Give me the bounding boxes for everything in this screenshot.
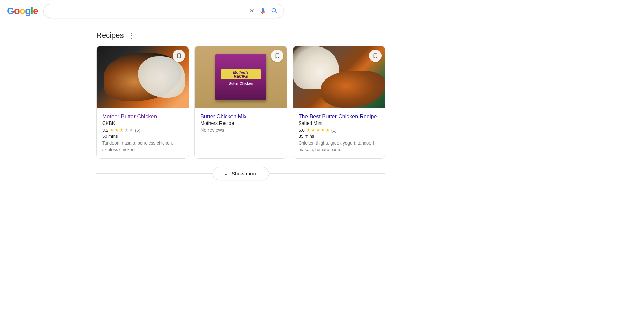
bookmark-icon-1 <box>176 53 182 58</box>
card-image-container-2: Mother'sRECIPE Butter Chicken <box>195 46 287 108</box>
package-box: Mother'sRECIPE Butter Chicken <box>215 54 266 100</box>
card-ingredients-1: Tandoori masala, boneless chicken, skinl… <box>102 140 183 152</box>
more-options-button[interactable]: ⋮ <box>127 31 137 40</box>
voice-search-button[interactable] <box>259 7 267 15</box>
clear-button[interactable]: ✕ <box>248 8 255 14</box>
stars-1: ★ ★ ★ ★ ★ <box>110 127 133 133</box>
logo-o1: o <box>14 6 20 17</box>
card-source-2: Mothers Recipe <box>200 120 281 126</box>
card-title-1[interactable]: Mother Butter Chicken <box>102 114 157 119</box>
card-time-1: 50 mins <box>102 134 183 139</box>
star-3-1: ★ <box>306 127 311 133</box>
card-source-3: Salted Mint <box>299 120 379 126</box>
star-1-2: ★ <box>115 127 119 133</box>
card-content-3: The Best Butter Chicken Recipe Salted Mi… <box>293 108 385 158</box>
star-3-3: ★ <box>316 127 320 133</box>
recipe-card-2[interactable]: Mother'sRECIPE Butter Chicken Butter Chi… <box>194 46 287 159</box>
card-title-3[interactable]: The Best Butter Chicken Recipe <box>299 114 377 119</box>
recipes-grid: Mother Butter Chicken CKBK 3.2 ★ ★ ★ ★ ★… <box>96 46 385 159</box>
package-label: Mother'sRECIPE <box>221 69 261 79</box>
logo-e: e <box>33 6 38 17</box>
review-count-1: (5) <box>135 128 140 133</box>
logo-l: l <box>31 6 33 17</box>
logo-o2: o <box>20 6 25 17</box>
rating-number-3: 5.0 <box>299 128 305 133</box>
card-source-1: CKBK <box>102 120 183 126</box>
search-input[interactable]: mother butter chicken <box>49 8 245 14</box>
card-rating-1: 3.2 ★ ★ ★ ★ ★ (5) <box>102 127 183 133</box>
recipe-card-3[interactable]: The Best Butter Chicken Recipe Salted Mi… <box>293 46 385 159</box>
card-image-container-1 <box>97 46 189 108</box>
more-options-icon: ⋮ <box>128 31 136 40</box>
header: Google mother butter chicken ✕ <box>0 0 644 22</box>
rating-number-1: 3.2 <box>102 128 108 133</box>
card-time-3: 35 mins <box>299 134 379 139</box>
bookmark-icon-2 <box>275 53 280 58</box>
star-1-4: ★ <box>124 127 129 133</box>
search-magnifier-icon <box>271 7 278 15</box>
bookmark-icon-3 <box>373 53 378 58</box>
search-bar: mother butter chicken ✕ <box>43 4 284 18</box>
show-more-label: Show more <box>232 171 258 177</box>
google-logo[interactable]: Google <box>7 6 38 17</box>
card-title-2[interactable]: Butter Chicken Mix <box>200 114 246 119</box>
package-product-name: Butter Chicken <box>228 82 253 85</box>
card-ingredients-3: Chicken thighs, greek yogurt, tandoori m… <box>299 140 379 152</box>
show-more-container: ⌄ Show more <box>96 167 385 180</box>
no-reviews-2: No reviews <box>200 127 281 133</box>
recipe-card-1[interactable]: Mother Butter Chicken CKBK 3.2 ★ ★ ★ ★ ★… <box>96 46 189 159</box>
bookmark-button-2[interactable] <box>271 50 283 62</box>
card-rating-3: 5.0 ★ ★ ★ ★ ★ (1) <box>299 127 379 133</box>
microphone-icon <box>259 7 267 15</box>
main-content: Recipes ⋮ Mother Butter Chicken CKBK 3.2 <box>0 22 482 189</box>
stars-3: ★ ★ ★ ★ ★ <box>306 127 330 133</box>
search-icon-group: ✕ <box>248 7 278 15</box>
chevron-down-icon: ⌄ <box>224 171 228 176</box>
recipes-title: Recipes <box>96 31 124 40</box>
recipes-header: Recipes ⋮ <box>96 31 385 40</box>
star-1-1: ★ <box>110 127 114 133</box>
bookmark-button-3[interactable] <box>369 50 382 62</box>
clear-icon: ✕ <box>248 8 255 14</box>
card-image-container-3 <box>293 46 385 108</box>
star-3-5: ★ <box>325 127 330 133</box>
star-3-2: ★ <box>311 127 315 133</box>
show-more-button[interactable]: ⌄ Show more <box>213 167 269 180</box>
star-1-5: ★ <box>129 127 133 133</box>
card-content-1: Mother Butter Chicken CKBK 3.2 ★ ★ ★ ★ ★… <box>97 108 189 158</box>
logo-g: G <box>7 6 14 17</box>
card-content-2: Butter Chicken Mix Mothers Recipe No rev… <box>195 108 287 139</box>
logo-g2: g <box>25 6 31 17</box>
star-3-4: ★ <box>321 127 325 133</box>
search-button[interactable] <box>271 7 278 15</box>
review-count-3: (1) <box>331 128 337 133</box>
star-1-3: ★ <box>119 127 124 133</box>
